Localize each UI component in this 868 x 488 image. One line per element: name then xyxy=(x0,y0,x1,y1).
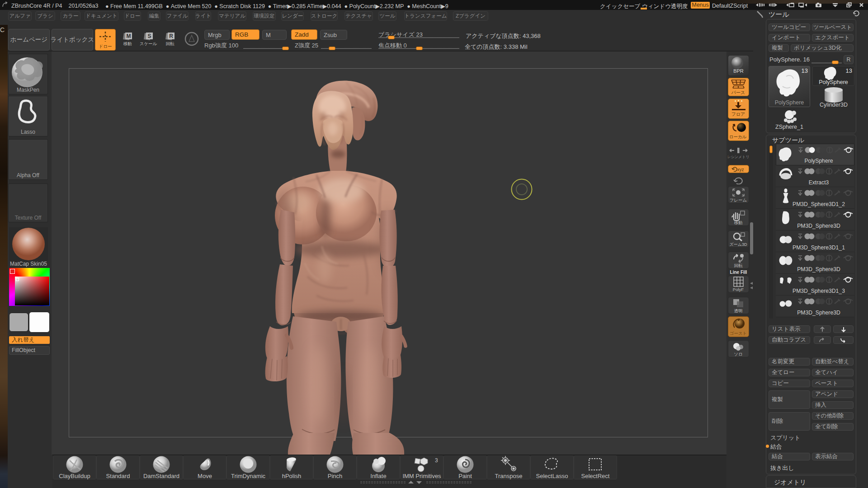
svg-text:レシンメトリ: レシンメトリ xyxy=(728,155,749,159)
svg-text:透明: 透明 xyxy=(734,308,743,313)
svg-text:M: M xyxy=(127,33,131,39)
svg-text:ゴースト: ゴースト xyxy=(730,331,747,336)
svg-text:ドロー: ドロー xyxy=(99,44,112,49)
svg-text:パース: パース xyxy=(731,90,745,95)
svg-text:ソロ: ソロ xyxy=(734,352,742,357)
svg-text:フロア: フロア xyxy=(731,112,745,117)
svg-text:移動: 移動 xyxy=(123,41,132,46)
svg-text:xyz: xyz xyxy=(737,167,744,172)
svg-text:回転: 回転 xyxy=(734,263,743,268)
svg-text:フレーム: フレーム xyxy=(730,197,747,202)
svg-text:スケール: スケール xyxy=(140,41,157,46)
svg-text:回転: 回転 xyxy=(166,41,175,46)
svg-text:S: S xyxy=(147,33,151,39)
svg-text:PolyF: PolyF xyxy=(733,287,744,292)
svg-text:R: R xyxy=(169,33,173,39)
svg-text:ズーム3D: ズーム3D xyxy=(730,242,747,247)
svg-text:移動: 移動 xyxy=(734,220,743,225)
svg-text:ローカル: ローカル xyxy=(729,134,747,139)
